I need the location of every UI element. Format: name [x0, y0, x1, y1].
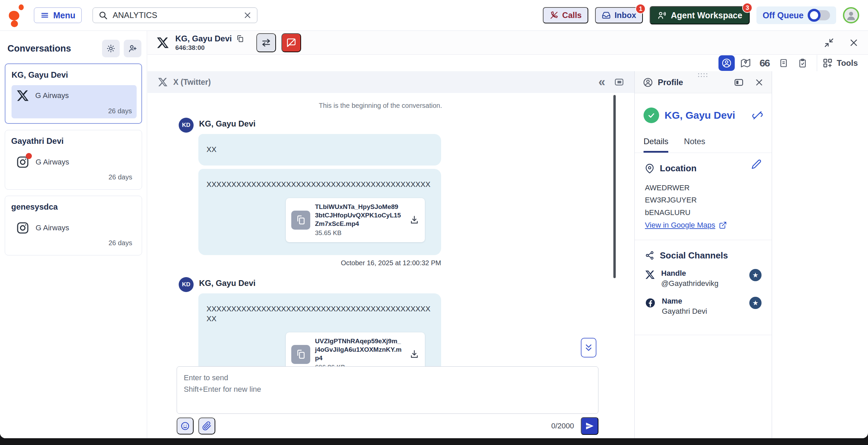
composer: Enter to send Shift+Enter for new line 0… — [147, 366, 634, 438]
tools-grid-icon — [823, 58, 833, 68]
panel-drag-handle[interactable] — [698, 73, 708, 78]
rail-script-button[interactable] — [775, 55, 792, 71]
contact-summary: KG, Gayu Devi — [635, 93, 772, 137]
global-search — [93, 7, 257, 23]
conversation-settings-button[interactable] — [102, 40, 120, 57]
conversation-interaction[interactable]: G Airways 26 days — [11, 151, 137, 185]
sender-name: KG, Gayu Devi — [199, 278, 441, 288]
minimize-icon[interactable] — [824, 38, 834, 48]
sender-avatar: KD — [179, 277, 194, 292]
favorite-star-icon[interactable]: ★ — [749, 297, 762, 309]
clear-search-icon[interactable] — [243, 11, 252, 19]
user-avatar[interactable] — [843, 7, 859, 23]
off-queue-label: Off Queue — [763, 11, 804, 20]
external-link-icon — [719, 221, 727, 229]
view-in-google-maps-link[interactable]: View in Google Maps — [645, 221, 727, 230]
end-chat-icon — [286, 38, 296, 48]
topbar-actions: Calls Chat Inbox 1 Agent Workspace 3 Off… — [543, 6, 859, 24]
message-timestamp: October 16, 2025 at 12:00:32 PM — [198, 259, 441, 267]
conversation-name: Gayathri Devi — [11, 136, 137, 146]
sidebar-header: Conversations — [0, 31, 147, 63]
message-group: KD KG, Gayu Devi XX XXXXXXXXXXXXXXXXXXXX… — [179, 117, 634, 275]
share-icon — [645, 251, 654, 260]
favorite-star-icon[interactable]: ★ — [749, 269, 762, 281]
conversation-age: 26 days — [108, 107, 132, 115]
hamburger-icon — [40, 11, 49, 20]
instagram-icon — [16, 221, 29, 235]
inbox-badge: 1 — [635, 4, 646, 14]
agent-workspace-button[interactable]: Agent Workspace 3 — [650, 6, 750, 24]
conversation-card-kg-gayu-devi[interactable]: KG, Gayu Devi G Airways 26 days — [5, 63, 142, 124]
profile-icon — [643, 77, 653, 88]
download-icon[interactable] — [409, 349, 419, 360]
disconnect-button[interactable] — [281, 33, 301, 52]
attach-file-button[interactable] — [198, 418, 215, 434]
emoji-button[interactable] — [177, 418, 194, 434]
chat-panel-title: X (Twitter) — [173, 78, 211, 87]
profile-icon — [722, 58, 732, 68]
calls-button[interactable]: Calls — [543, 7, 588, 23]
message-bubble: XXXXXXXXXXXXXXXXXXXXXXXXXXXXXXXXXXXXXXXX… — [198, 169, 441, 255]
scroll-to-bottom-button[interactable] — [581, 338, 596, 357]
search-input[interactable] — [113, 11, 239, 20]
menu-label: Menu — [53, 11, 75, 20]
interaction-timer: 646:38:00 — [175, 44, 244, 52]
rail-profile-button[interactable] — [718, 55, 735, 71]
chat-scrollbar[interactable] — [613, 95, 616, 278]
file-icon — [291, 345, 310, 364]
toggle-knob — [808, 9, 821, 22]
inbox-button[interactable]: Inbox 1 — [595, 7, 643, 23]
profile-panel: Profile KG, Gayu Devi Details Notes — [634, 71, 772, 438]
social-channels-title: Social Channels — [660, 250, 728, 261]
send-button[interactable] — [581, 417, 598, 435]
panel-rail: 66 Tools — [147, 55, 868, 71]
conversation-card-genesysdca[interactable]: genesysdca G Airways 26 days — [5, 196, 142, 255]
rail-wrapup-button[interactable] — [794, 55, 811, 71]
queue-toggle[interactable] — [808, 10, 830, 20]
location-line: EW3RJGUYER — [645, 194, 762, 206]
queue-status-control: Off Queue — [756, 6, 836, 24]
tab-details[interactable]: Details — [644, 137, 668, 153]
copy-icon[interactable] — [236, 35, 244, 43]
script-icon — [779, 58, 788, 68]
double-chevron-down-icon — [584, 343, 593, 352]
social-label: Handle — [661, 269, 718, 278]
send-icon — [585, 421, 594, 431]
add-participant-button[interactable] — [124, 40, 141, 57]
tab-notes[interactable]: Notes — [684, 137, 705, 153]
phone-slash-icon — [550, 11, 558, 20]
file-icon — [291, 211, 310, 230]
unlink-contact-icon[interactable] — [752, 110, 763, 121]
tools-button[interactable]: Tools — [823, 58, 858, 68]
message-input[interactable]: Enter to send Shift+Enter for new line — [177, 366, 598, 414]
collapse-panel-icon[interactable]: « — [598, 76, 605, 88]
conversation-start-label: This is the beginning of the conversatio… — [179, 102, 582, 110]
rail-responses-button[interactable]: 66 — [756, 55, 773, 71]
sender-name: KG, Gayu Devi — [199, 119, 441, 129]
rail-map-button[interactable] — [737, 55, 754, 71]
edit-icon[interactable] — [751, 159, 762, 169]
conversation-card-gayathri-devi[interactable]: Gayathri Devi G Airways 26 days — [5, 130, 142, 190]
menu-button[interactable]: Menu — [34, 7, 82, 23]
social-value: Gayathri Devi — [662, 307, 707, 316]
x-twitter-icon — [16, 89, 29, 102]
agent-workspace-label: Agent Workspace — [671, 11, 742, 20]
sidebar-title: Conversations — [7, 43, 71, 54]
download-icon[interactable] — [409, 215, 419, 225]
conversation-interaction[interactable]: G Airways 26 days — [12, 85, 137, 118]
transfer-button[interactable] — [256, 33, 276, 52]
close-panel-icon[interactable] — [755, 78, 764, 87]
composer-placeholder-line2: Shift+Enter for new line — [184, 384, 591, 395]
message-scroll-area[interactable]: This is the beginning of the conversatio… — [147, 93, 634, 366]
conversations-sidebar: Conversations KG, Gayu Devi G Airways 26… — [0, 31, 147, 438]
conversation-interaction[interactable]: G Airways 26 days — [11, 217, 137, 250]
attachment-card[interactable]: UVZIgPTNhRAqep59eXj9m_j4oGvJiIgA6u1XOXMz… — [286, 332, 425, 366]
conversation-name: genesysdca — [11, 202, 137, 212]
profile-tabs: Details Notes — [635, 137, 772, 153]
close-interaction-icon[interactable] — [849, 38, 859, 47]
expand-panel-icon[interactable] — [734, 77, 744, 88]
attachment-card[interactable]: TLbiWUxNTa_HpySJoMe893btCJHfopUvQXPK1oCy… — [286, 198, 425, 242]
search-icon — [98, 11, 108, 20]
popout-view-icon[interactable] — [614, 77, 624, 87]
calls-label: Calls — [562, 11, 581, 20]
